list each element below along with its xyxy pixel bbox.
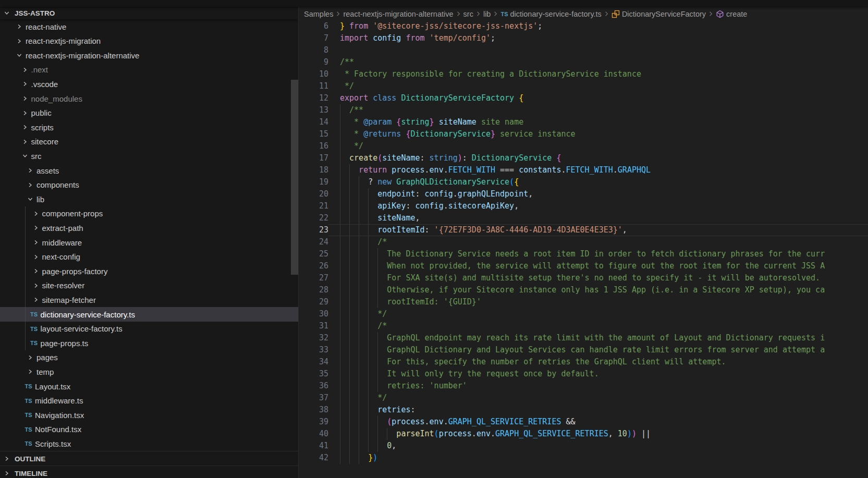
sidebar-item-extract-path[interactable]: extract-path [0, 220, 298, 235]
code-line-24[interactable]: 24/* [299, 236, 868, 248]
line-number[interactable]: 28 [299, 284, 328, 296]
code-line-37[interactable]: 37*/ [299, 392, 868, 404]
code-line-7[interactable]: 7import config from 'temp/config'; [299, 32, 868, 44]
code-line-11[interactable]: 11*/ [299, 80, 868, 92]
sidebar-item-site-resolver[interactable]: site-resolver [0, 278, 298, 293]
code-line-22[interactable]: 22siteName, [299, 212, 868, 224]
chevron-right-icon[interactable] [32, 238, 40, 247]
code-line-36[interactable]: 36retries: 'number' [299, 380, 868, 392]
sidebar-item-temp[interactable]: temp [0, 364, 298, 379]
line-number[interactable]: 40 [299, 428, 328, 440]
code-line-17[interactable]: 17create(siteName: string): DictionarySe… [299, 152, 868, 164]
sidebar-item-components[interactable]: components [0, 178, 298, 192]
line-number[interactable]: 18 [299, 164, 328, 176]
chevron-right-icon[interactable] [26, 181, 34, 189]
code-line-32[interactable]: 32GraphQL endpoint may reach its rate li… [299, 332, 868, 344]
code-line-14[interactable]: 14* @param {string} siteName site name [299, 116, 868, 128]
code-line-21[interactable]: 21apiKey: config.sitecoreApiKey, [299, 200, 868, 212]
code-line-13[interactable]: 13/** [299, 104, 868, 116]
chevron-down-icon[interactable] [15, 51, 23, 59]
chevron-right-icon[interactable] [15, 22, 23, 31]
chevron-right-icon[interactable] [26, 367, 34, 376]
line-number[interactable]: 38 [299, 404, 328, 416]
line-number[interactable]: 14 [299, 116, 328, 128]
sidebar-scrollbar[interactable] [291, 80, 298, 275]
line-number[interactable]: 33 [299, 344, 328, 356]
code-line-33[interactable]: 33GraphQL Dictionary and Layout Services… [299, 344, 868, 356]
line-number[interactable]: 34 [299, 356, 328, 368]
sidebar-item-react-native[interactable]: react-native [0, 19, 298, 34]
code-line-16[interactable]: 16*/ [299, 140, 868, 152]
line-number[interactable]: 42 [299, 452, 328, 464]
sidebar-item-layout.tsx[interactable]: TSLayout.tsx [0, 379, 298, 394]
sidebar-item-lib[interactable]: lib [0, 192, 298, 206]
sidebar-item-dictionary-service-factory.ts[interactable]: TSdictionary-service-factory.ts [0, 307, 298, 322]
code-line-10[interactable]: 10* Factory responsible for creating a D… [299, 68, 868, 80]
code-line-20[interactable]: 20endpoint: config.graphQLEndpoint, [299, 188, 868, 200]
line-number[interactable]: 6 [299, 20, 328, 32]
code-line-28[interactable]: 28Otherwise, if your Sitecore instance o… [299, 284, 868, 296]
line-number[interactable]: 36 [299, 380, 328, 392]
chevron-down-icon[interactable] [21, 152, 29, 160]
line-number[interactable]: 37 [299, 392, 328, 404]
chevron-right-icon[interactable] [21, 138, 29, 146]
code-line-31[interactable]: 31/* [299, 320, 868, 332]
sidebar-item-react-nextjs-migration-alternative[interactable]: react-nextjs-migration-alternative [0, 48, 298, 63]
line-number[interactable]: 31 [299, 320, 328, 332]
code-line-15[interactable]: 15* @returns {DictionaryService} service… [299, 128, 868, 140]
sidebar-item-navigation.tsx[interactable]: TSNavigation.tsx [0, 408, 298, 422]
line-number[interactable]: 25 [299, 248, 328, 260]
code-line-8[interactable]: 8 [299, 44, 868, 56]
sidebar-item-middleware[interactable]: middleware [0, 235, 298, 250]
sidebar-item-node-modules[interactable]: node_modules [0, 91, 298, 106]
code-line-42[interactable]: 42}) [299, 452, 868, 464]
sidebar-section-timeline[interactable]: TIMELINE [0, 465, 298, 478]
chevron-right-icon[interactable] [21, 80, 29, 88]
sidebar-item-.next[interactable]: .next [0, 63, 298, 77]
chevron-right-icon[interactable] [21, 66, 29, 74]
code-line-39[interactable]: 39(process.env.GRAPH_QL_SERVICE_RETRIES … [299, 416, 868, 428]
chevron-right-icon[interactable] [15, 37, 23, 45]
chevron-right-icon[interactable] [32, 253, 40, 261]
code-line-12[interactable]: 12export class DictionaryServiceFactory … [299, 92, 868, 104]
line-number[interactable]: 41 [299, 440, 328, 452]
line-number[interactable]: 21 [299, 200, 328, 212]
line-number[interactable]: 16 [299, 140, 328, 152]
sidebar-item-scripts.tsx[interactable]: TSScripts.tsx [0, 436, 298, 451]
sidebar-item-layout-service-factory.ts[interactable]: TSlayout-service-factory.ts [0, 322, 298, 336]
sidebar-item-page-props-factory[interactable]: page-props-factory [0, 264, 298, 278]
line-number[interactable]: 11 [299, 80, 328, 92]
code-line-23[interactable]: 23rootItemId: '{72E7F3D0-3A8C-4446-AD19-… [299, 224, 868, 236]
line-number[interactable]: 24 [299, 236, 328, 248]
chevron-right-icon[interactable] [21, 94, 29, 103]
line-number[interactable]: 20 [299, 188, 328, 200]
sidebar-item-public[interactable]: public [0, 106, 298, 120]
line-number[interactable]: 12 [299, 92, 328, 104]
code-line-41[interactable]: 410, [299, 440, 868, 452]
sidebar-item-page-props.ts[interactable]: TSpage-props.ts [0, 336, 298, 350]
sidebar-item-component-props[interactable]: component-props [0, 206, 298, 221]
code-line-40[interactable]: 40parseInt(process.env.GRAPH_QL_SERVICE_… [299, 428, 868, 440]
breadcrumb-item-dictionary-service-factory.ts[interactable]: TSdictionary-service-factory.ts [500, 10, 601, 18]
chevron-right-icon[interactable] [32, 281, 40, 290]
code-line-27[interactable]: 27For SXA site(s) and multisite setup th… [299, 272, 868, 284]
sidebar-item-.vscode[interactable]: .vscode [0, 77, 298, 91]
line-number[interactable]: 10 [299, 68, 328, 80]
explorer-project-header[interactable]: JSS-ASTRO [0, 7, 298, 19]
sidebar-item-react-nextjs-migration[interactable]: react-nextjs-migration [0, 34, 298, 48]
line-number[interactable]: 35 [299, 368, 328, 380]
chevron-right-icon[interactable] [32, 210, 40, 218]
sidebar-item-pages[interactable]: pages [0, 350, 298, 365]
code-line-35[interactable]: 35It will only try the request once by d… [299, 368, 868, 380]
sidebar-item-notfound.tsx[interactable]: TSNotFound.tsx [0, 422, 298, 437]
sidebar-section-outline[interactable]: OUTLINE [0, 451, 298, 466]
sidebar-item-sitecore[interactable]: sitecore [0, 134, 298, 149]
line-number[interactable]: 29 [299, 296, 328, 308]
code-line-18[interactable]: 18return process.env.FETCH_WITH === cons… [299, 164, 868, 176]
code-line-34[interactable]: 34For this, specify the number of retrie… [299, 356, 868, 368]
line-number[interactable]: 19 [299, 176, 328, 188]
line-number[interactable]: 13 [299, 104, 328, 116]
code-line-38[interactable]: 38retries: [299, 404, 868, 416]
chevron-right-icon[interactable] [32, 296, 40, 304]
chevron-right-icon[interactable] [21, 123, 29, 131]
